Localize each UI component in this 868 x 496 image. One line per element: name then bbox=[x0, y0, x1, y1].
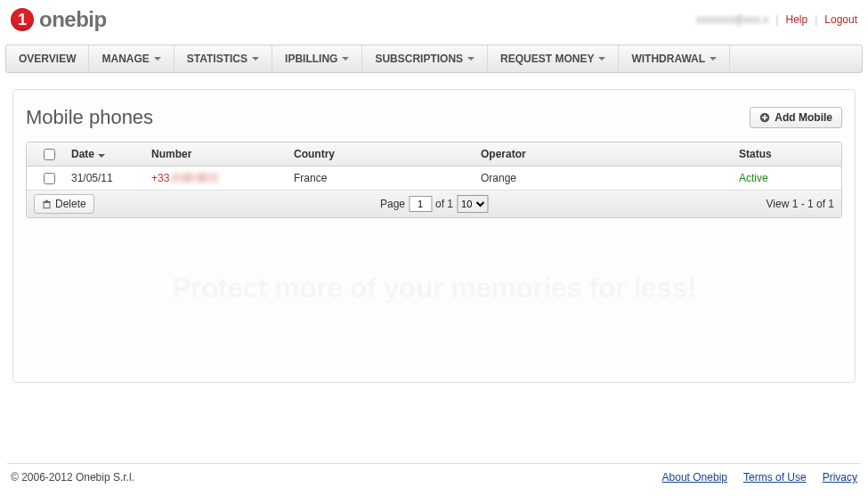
nav-request-money[interactable]: REQUEST MONEY bbox=[488, 45, 619, 72]
mobile-grid: Date Number Country Operator Status 31/0… bbox=[26, 142, 842, 218]
logo[interactable]: 1 onebip bbox=[11, 7, 107, 32]
user-email: xxxxxxx@xxx.x bbox=[696, 13, 769, 26]
copyright: © 2006-2012 Onebip S.r.l. bbox=[11, 471, 134, 484]
add-mobile-button[interactable]: Add Mobile bbox=[750, 107, 842, 128]
nav-overview[interactable]: OVERVIEW bbox=[6, 45, 89, 72]
page-label: Page bbox=[380, 198, 405, 210]
col-header-number[interactable]: Number bbox=[151, 142, 294, 166]
col-header-status[interactable]: Status bbox=[739, 142, 841, 166]
chevron-down-icon bbox=[252, 57, 259, 61]
table-row: 31/05/11 +33 0 00 00 0 France Orange Act… bbox=[27, 167, 841, 191]
nav-label: REQUEST MONEY bbox=[500, 53, 594, 65]
watermark-text: Protect more of your memories for less! bbox=[13, 272, 855, 305]
per-page-select[interactable]: 10 bbox=[457, 195, 488, 213]
nav-label: OVERVIEW bbox=[19, 53, 76, 65]
about-link[interactable]: About Onebip bbox=[662, 471, 727, 484]
privacy-link[interactable]: Privacy bbox=[823, 471, 857, 484]
page-head: Mobile phones Add Mobile bbox=[26, 106, 842, 129]
nav-label: SUBSCRIPTIONS bbox=[375, 53, 463, 65]
nav-statistics[interactable]: STATISTICS bbox=[174, 45, 272, 72]
help-link[interactable]: Help bbox=[785, 13, 807, 26]
page-title: Mobile phones bbox=[26, 106, 153, 129]
nav-subscriptions[interactable]: SUBSCRIPTIONS bbox=[362, 45, 488, 72]
chevron-down-icon bbox=[467, 57, 475, 61]
col-header-check bbox=[27, 143, 71, 166]
footer: © 2006-2012 Onebip S.r.l. About Onebip T… bbox=[7, 463, 861, 491]
trash-icon bbox=[42, 199, 52, 209]
top-links: xxxxxxx@xxx.x | Help | Logout bbox=[696, 13, 857, 26]
chevron-down-icon bbox=[342, 57, 349, 61]
of-label: of 1 bbox=[435, 198, 453, 210]
cell-country: France bbox=[294, 167, 481, 190]
chevron-down-icon bbox=[710, 57, 717, 61]
number-rest: 0 00 00 0 bbox=[169, 172, 216, 184]
chevron-down-icon bbox=[598, 57, 605, 61]
col-header-operator[interactable]: Operator bbox=[481, 142, 739, 166]
add-mobile-label: Add Mobile bbox=[775, 111, 832, 124]
svg-rect-2 bbox=[762, 117, 767, 118]
plus-circle-icon bbox=[759, 112, 770, 123]
nav-withdrawal[interactable]: WITHDRAWAL bbox=[619, 45, 730, 72]
nav-label: WITHDRAWAL bbox=[631, 53, 705, 65]
number-prefix: +33 bbox=[151, 172, 169, 184]
header: 1 onebip xxxxxxx@xxx.x | Help | Logout bbox=[0, 0, 868, 32]
nav-label: STATISTICS bbox=[187, 53, 247, 65]
select-all-checkbox[interactable] bbox=[44, 149, 55, 160]
logout-link[interactable]: Logout bbox=[824, 13, 857, 26]
separator: | bbox=[775, 13, 778, 26]
delete-button[interactable]: Delete bbox=[34, 194, 94, 214]
grid-header: Date Number Country Operator Status bbox=[27, 142, 841, 167]
col-header-date[interactable]: Date bbox=[71, 142, 151, 166]
separator: | bbox=[815, 13, 817, 26]
nav-label: MANAGE bbox=[101, 53, 149, 65]
svg-rect-5 bbox=[45, 199, 48, 200]
page-input[interactable] bbox=[409, 196, 432, 212]
svg-rect-3 bbox=[44, 202, 50, 207]
col-header-country[interactable]: Country bbox=[294, 142, 481, 166]
cell-status: Active bbox=[739, 167, 841, 190]
view-range: View 1 - 1 of 1 bbox=[767, 198, 835, 210]
logo-glyph: 1 bbox=[11, 8, 34, 31]
logo-text: onebip bbox=[39, 7, 107, 32]
chevron-down-icon bbox=[154, 57, 161, 61]
content-panel: Mobile phones Add Mobile Date Number Cou… bbox=[12, 89, 856, 383]
nav-label: IPBILLING bbox=[285, 53, 337, 65]
svg-rect-4 bbox=[43, 201, 50, 202]
delete-label: Delete bbox=[55, 198, 86, 210]
pager: Page of 1 10 bbox=[380, 195, 488, 213]
navbar: OVERVIEW MANAGE STATISTICS IPBILLING SUB… bbox=[5, 45, 863, 73]
nav-manage[interactable]: MANAGE bbox=[89, 45, 174, 72]
cell-operator: Orange bbox=[481, 167, 739, 190]
cell-date: 31/05/11 bbox=[71, 167, 151, 190]
grid-footer: Delete Page of 1 10 View 1 - 1 of 1 bbox=[27, 191, 841, 217]
cell-number: +33 0 00 00 0 bbox=[151, 167, 294, 190]
footer-links: About Onebip Terms of Use Privacy bbox=[662, 471, 857, 484]
row-checkbox[interactable] bbox=[44, 173, 55, 184]
nav-ipbilling[interactable]: IPBILLING bbox=[272, 45, 362, 72]
terms-link[interactable]: Terms of Use bbox=[743, 471, 807, 484]
